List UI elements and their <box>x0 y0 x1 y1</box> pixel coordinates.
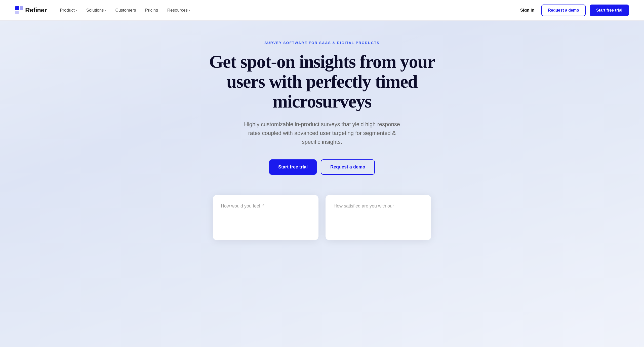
start-trial-button-hero[interactable]: Start free trial <box>269 159 317 175</box>
logo-link[interactable]: Refiner <box>15 6 47 14</box>
nav-item-customers[interactable]: Customers <box>111 6 140 15</box>
svg-rect-2 <box>15 11 19 14</box>
nav-item-product[interactable]: Product ▾ <box>56 6 81 15</box>
nav-links: Product ▾ Solutions ▾ Customers Pricing … <box>56 6 517 15</box>
hero-buttons: Start free trial Request a demo <box>269 159 375 175</box>
logo-text: Refiner <box>25 6 47 14</box>
survey-cards-row: How would you feel if How satisfied are … <box>171 195 473 240</box>
nav-item-pricing[interactable]: Pricing <box>141 6 162 15</box>
svg-rect-1 <box>20 6 23 10</box>
nav-item-solutions[interactable]: Solutions ▾ <box>82 6 110 15</box>
survey-card-2: How satisfied are you with our <box>326 195 431 240</box>
survey-card-2-text: How satisfied are you with our <box>334 203 423 209</box>
start-trial-button-nav[interactable]: Start free trial <box>590 5 629 16</box>
hero-title: Get spot-on insights from your users wit… <box>190 52 454 112</box>
request-demo-button-nav[interactable]: Request a demo <box>541 5 586 16</box>
survey-card-1-text: How would you feel if <box>221 203 310 209</box>
nav-right: Sign in Request a demo Start free trial <box>517 5 629 16</box>
hero-subtitle: Highly customizable in-product surveys t… <box>242 120 403 147</box>
nav-item-resources[interactable]: Resources ▾ <box>163 6 194 15</box>
chevron-down-icon: ▾ <box>189 9 190 12</box>
chevron-down-icon: ▾ <box>105 9 106 12</box>
hero-eyebrow: SURVEY SOFTWARE FOR SAAS & DIGITAL PRODU… <box>264 41 380 45</box>
svg-rect-0 <box>15 6 19 10</box>
chevron-down-icon: ▾ <box>76 9 77 12</box>
logo-icon <box>15 6 23 14</box>
hero-section: SURVEY SOFTWARE FOR SAAS & DIGITAL PRODU… <box>0 21 644 347</box>
sign-in-link[interactable]: Sign in <box>517 6 538 15</box>
navbar: Refiner Product ▾ Solutions ▾ Customers … <box>0 0 644 21</box>
survey-card-1: How would you feel if <box>213 195 318 240</box>
request-demo-button-hero[interactable]: Request a demo <box>321 159 375 175</box>
